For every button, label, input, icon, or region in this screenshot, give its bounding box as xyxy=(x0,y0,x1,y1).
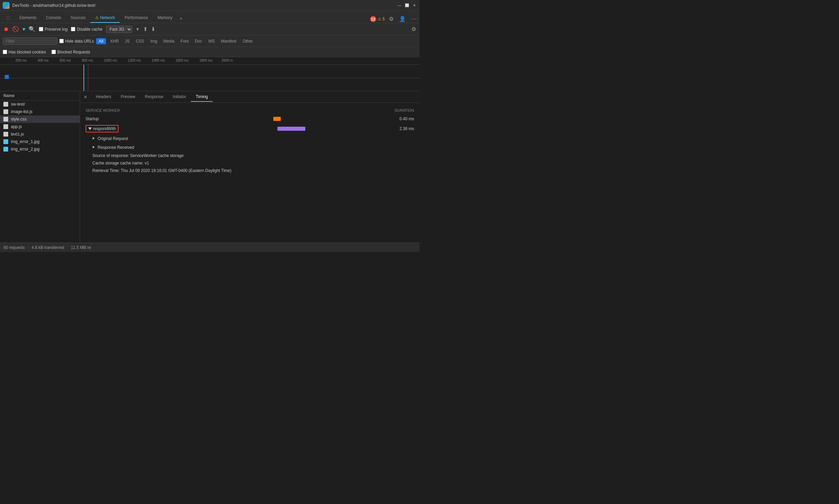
has-blocked-cookies-label[interactable]: Has blocked cookies xyxy=(3,50,46,54)
filter-js-button[interactable]: JS xyxy=(123,38,132,44)
tab-performance[interactable]: Performance xyxy=(120,13,153,23)
filter-manifest-button[interactable]: Manifest xyxy=(219,38,239,44)
minimize-button[interactable]: — xyxy=(397,3,402,8)
preserve-log-checkbox[interactable] xyxy=(39,27,43,31)
status-resources: 11.5 MB re xyxy=(71,245,91,250)
timing-service-worker-label: Service Worker xyxy=(86,108,120,112)
timing-row-original-request: Original Request xyxy=(86,134,414,143)
filter-doc-button[interactable]: Doc xyxy=(193,38,204,44)
window-controls[interactable]: — ⬜ ✕ xyxy=(397,3,417,8)
file-list-header: Name xyxy=(0,91,80,100)
info-row-cache-name: Cache storage cache name: v1 xyxy=(86,159,414,167)
filter-icon[interactable]: ▾ xyxy=(22,26,25,32)
detail-tab-headers[interactable]: Headers xyxy=(91,92,116,102)
settings-button[interactable]: ⚙ xyxy=(387,15,395,23)
disable-cache-label[interactable]: Disable cache xyxy=(71,27,102,32)
filter-img-button[interactable]: Img xyxy=(148,38,159,44)
disable-cache-checkbox[interactable] xyxy=(71,27,75,31)
filter-all-button[interactable]: All xyxy=(96,38,106,44)
filter-css-button[interactable]: CSS xyxy=(134,38,146,44)
filter-ws-button[interactable]: WS xyxy=(206,38,217,44)
detail-tab-preview[interactable]: Preview xyxy=(116,92,140,102)
more-button[interactable]: ⋯ xyxy=(410,15,418,23)
info-row-source: Source of response: ServiceWorker cache … xyxy=(86,152,414,159)
error-count-badge: 12 xyxy=(370,16,376,22)
blocked-requests-checkbox[interactable] xyxy=(51,50,56,54)
tab-network[interactable]: Network xyxy=(90,13,120,23)
timing-respondwith-bar-area xyxy=(188,126,387,131)
tab-memory[interactable]: Memory xyxy=(153,13,177,23)
tab-sources[interactable]: Sources xyxy=(66,13,90,23)
detail-close-button[interactable]: ✕ xyxy=(80,93,91,101)
timeline-canvas xyxy=(0,65,419,91)
timeline-blue-line xyxy=(83,65,84,91)
timing-duration-label: DURATION xyxy=(395,108,414,112)
timeline-horizontal-line xyxy=(0,78,419,78)
file-item-sw-test[interactable]: sw-test/ xyxy=(0,100,80,108)
file-item-app-js[interactable]: app.js xyxy=(0,123,80,130)
timing-response-received-bar-area xyxy=(195,145,387,150)
detail-tab-initiator[interactable]: Initiator xyxy=(168,92,191,102)
hide-data-urls-label[interactable]: Hide data URLs xyxy=(59,39,94,44)
import-button[interactable]: ⬆ xyxy=(143,26,148,32)
timeline-entry-square xyxy=(5,75,9,79)
file-name-sw-test: sw-test/ xyxy=(11,102,25,107)
file-name-text1-js: text1.js xyxy=(11,132,24,137)
window-title: DevTools - anubhamathur14.github.io/sw-t… xyxy=(12,3,397,8)
file-item-img-error-1[interactable]: img_error_1.jpg xyxy=(0,138,80,145)
filter-font-button[interactable]: Font xyxy=(179,38,191,44)
tick-800: 800 ms xyxy=(82,59,93,62)
detail-tab-response[interactable]: Response xyxy=(140,92,168,102)
file-item-image-list[interactable]: image-list.js xyxy=(0,108,80,115)
clear-button[interactable]: 🚫 xyxy=(12,26,19,32)
throttle-select[interactable]: Fast 3G xyxy=(106,26,132,33)
hide-data-urls-checkbox[interactable] xyxy=(59,39,64,43)
blocked-requests-label[interactable]: Blocked Requests xyxy=(51,50,90,54)
preserve-log-label[interactable]: Preserve log xyxy=(39,27,67,32)
tick-2000: 2000 m xyxy=(222,59,233,62)
devtools-logo-icon xyxy=(3,2,10,9)
timing-section-header: Service Worker DURATION xyxy=(86,106,414,114)
filter-media-button[interactable]: Media xyxy=(161,38,177,44)
detail-tab-timing[interactable]: Timing xyxy=(191,92,213,102)
file-icon-image-list xyxy=(3,109,8,114)
maximize-button[interactable]: ⬜ xyxy=(405,3,409,8)
profile-button[interactable]: 👤 xyxy=(398,15,407,23)
tab-pointer[interactable]: ⬚ xyxy=(1,13,15,23)
timing-startup-bar-area xyxy=(188,116,387,122)
has-blocked-cookies-checkbox[interactable] xyxy=(3,50,7,54)
file-item-img-error-2[interactable]: img_error_2.jpg xyxy=(0,145,80,153)
timing-original-request-bar-area xyxy=(195,136,387,141)
filter-other-button[interactable]: Other xyxy=(241,38,255,44)
network-settings-button[interactable]: ⚙ xyxy=(411,26,416,32)
status-requests: 90 requests xyxy=(3,245,25,250)
file-icon-img-error-2 xyxy=(3,147,8,152)
tick-600: 600 ms xyxy=(60,59,71,62)
file-item-text1-js[interactable]: text1.js xyxy=(0,130,80,138)
tick-1200: 1200 ms xyxy=(128,59,141,62)
tick-200: 200 ms xyxy=(15,59,27,62)
file-item-style-css[interactable]: style.css xyxy=(0,115,80,123)
timing-startup-label: Startup xyxy=(86,116,188,121)
filter-input[interactable] xyxy=(3,37,57,45)
timeline-ruler: 200 ms 400 ms 600 ms 800 ms 1000 ms 1200… xyxy=(0,57,419,65)
file-icon-text1-js xyxy=(3,132,8,137)
record-button[interactable]: ⏺ xyxy=(3,26,9,32)
tick-1000: 1000 ms xyxy=(104,59,117,62)
detail-panel: ✕ Headers Preview Response Initiator Tim… xyxy=(80,91,419,242)
file-icon-style-css xyxy=(3,117,8,122)
close-button[interactable]: ✕ xyxy=(412,3,417,8)
detail-tabs: ✕ Headers Preview Response Initiator Tim… xyxy=(80,91,419,103)
file-icon-img-error-1 xyxy=(3,139,8,144)
tab-elements[interactable]: Elements xyxy=(15,13,41,23)
status-bar: 90 requests 4.8 kB transferred 11.5 MB r… xyxy=(0,242,419,252)
respond-with-text: respondWith xyxy=(93,126,116,131)
timing-content: Service Worker DURATION Startup 0.40 ms … xyxy=(80,103,419,178)
filter-xhr-button[interactable]: XHR xyxy=(108,38,121,44)
export-button[interactable]: ⬇ xyxy=(151,26,155,32)
file-name-app-js: app.js xyxy=(11,124,22,129)
throttle-dropdown-icon[interactable]: ▼ xyxy=(136,27,140,32)
search-button[interactable]: 🔍 xyxy=(29,26,35,32)
tab-console[interactable]: Console xyxy=(41,13,66,23)
tab-more-button[interactable]: » xyxy=(177,14,185,23)
